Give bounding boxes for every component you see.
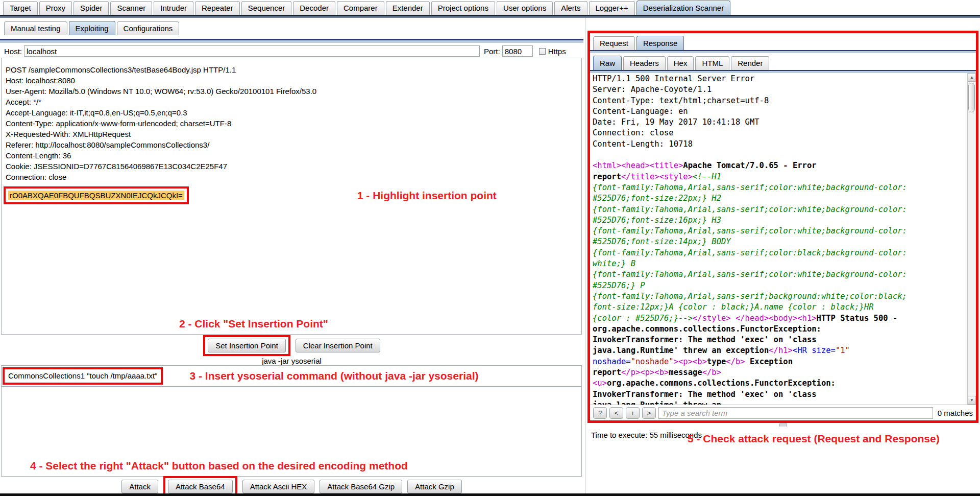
sub-tab-manual-testing[interactable]: Manual testing bbox=[4, 21, 67, 35]
annotation-1: 1 - Highlight insertion point bbox=[357, 190, 497, 201]
response-line: org.apache.commons.collections.FunctorEx… bbox=[593, 324, 966, 335]
main-tab-sequencer[interactable]: Sequencer bbox=[241, 1, 292, 15]
main-tab-decoder[interactable]: Decoder bbox=[293, 1, 335, 15]
attack-gzip-button[interactable]: Attack Gzip bbox=[407, 480, 462, 493]
tab-request[interactable]: Request bbox=[593, 36, 635, 50]
port-input[interactable] bbox=[502, 45, 533, 57]
scroll-up-icon[interactable]: ▲ bbox=[968, 73, 976, 82]
window-bottom-edge bbox=[0, 493, 980, 496]
attack-base64-gzip-button[interactable]: Attack Base64 Gzip bbox=[320, 480, 402, 493]
main-tab-repeater[interactable]: Repeater bbox=[195, 1, 240, 15]
response-line: #525D76;} P bbox=[593, 281, 966, 292]
main-tab-logger[interactable]: Logger++ bbox=[589, 1, 635, 15]
insertion-button-row: Set Insertion Point Clear Insertion Poin… bbox=[0, 335, 583, 356]
annotation-5: 5 - Check attack request (Request and Re… bbox=[688, 433, 940, 445]
response-line: {font-family:Tahoma,Arial,sans-serif;col… bbox=[593, 205, 966, 216]
request-line: Cookie: JSESSIONID=D7767C81564069867E13C… bbox=[6, 161, 577, 172]
view-tab-raw[interactable]: Raw bbox=[593, 56, 622, 70]
response-line: #525D76;font-size:22px;} H2 bbox=[593, 194, 966, 204]
https-label: Https bbox=[548, 47, 566, 56]
response-line: <u>org.apache.commons.collections.Functo… bbox=[593, 379, 966, 389]
main-tab-spider[interactable]: Spider bbox=[74, 1, 109, 15]
exploit-output-area[interactable]: 4 - Select the right "Attack" button bas… bbox=[1, 387, 582, 477]
request-headers: POST /sampleCommonsCollections3/testBase… bbox=[6, 64, 577, 182]
deserialization-scanner-panel: Manual testingExploitingConfigurations H… bbox=[0, 18, 583, 496]
response-scrollbar[interactable]: ▲ ▼ bbox=[967, 73, 976, 405]
response-line: java.lang.Runtime' threw an exception</h… bbox=[593, 346, 966, 357]
response-line: {font-family:Tahoma,Arial,sans-serif;col… bbox=[593, 183, 966, 194]
response-line: InvokerTransformer: The method 'exec' on… bbox=[593, 390, 966, 400]
response-line: report</title><style><!--H1 bbox=[593, 172, 966, 183]
main-tab-project-options[interactable]: Project options bbox=[431, 1, 495, 15]
response-line: Date: Fri, 19 May 2017 10:41:18 GMT bbox=[593, 117, 966, 128]
main-tab-deserialization-scanner[interactable]: Deserialization Scanner bbox=[636, 1, 730, 15]
search-help-button[interactable]: ? bbox=[593, 407, 607, 419]
ysoserial-label: java -jar ysoserial bbox=[0, 357, 583, 365]
response-line: {color : #525D76;}--></style> </head><bo… bbox=[593, 314, 966, 324]
request-line: Connection: close bbox=[6, 172, 577, 182]
response-line: {font-family:Tahoma,Arial,sans-serif;col… bbox=[593, 226, 966, 237]
annotation-4: 4 - Select the right "Attack" button bas… bbox=[30, 460, 408, 472]
sub-tab-underline-2 bbox=[0, 40, 583, 43]
ysoserial-command-value[interactable]: CommonsCollections1 "touch /tmp/aaaa.txt… bbox=[8, 371, 157, 380]
request-editor[interactable]: POST /sampleCommonsCollections3/testBase… bbox=[1, 58, 582, 335]
response-line: noshade="noshade"><p><b>type</b> Excepti… bbox=[593, 357, 966, 368]
view-tab-html[interactable]: HTML bbox=[695, 56, 729, 70]
response-line: {font-family:Tahoma,Arial,sans-serif;col… bbox=[593, 248, 966, 259]
clear-insertion-point-button[interactable]: Clear Insertion Point bbox=[296, 339, 380, 352]
rr-tab-underline-2 bbox=[590, 51, 976, 53]
time-to-execute-label: Time to execute: 55 milliseconds bbox=[591, 431, 702, 439]
sub-tab-exploiting[interactable]: Exploiting bbox=[69, 21, 115, 35]
set-insertion-point-button[interactable]: Set Insertion Point bbox=[208, 339, 286, 352]
response-line: <html><head><title>Apache Tomcat/7.0.65 … bbox=[593, 161, 966, 172]
response-line: HTTP/1.1 500 Internal Server Error bbox=[593, 74, 966, 85]
main-tab-extender[interactable]: Extender bbox=[386, 1, 430, 15]
search-prev-button[interactable]: < bbox=[609, 407, 623, 419]
host-input[interactable] bbox=[24, 45, 480, 57]
base64-payload-highlight[interactable]: rO0ABXQAE0FBQUFBQSBUZXN0IEJCQkJCQkI= bbox=[8, 191, 184, 200]
attack-button[interactable]: Attack bbox=[121, 480, 158, 493]
main-tab-scanner[interactable]: Scanner bbox=[110, 1, 152, 15]
request-line: POST /sampleCommonsCollections3/testBase… bbox=[6, 64, 577, 75]
sub-tab-configurations[interactable]: Configurations bbox=[117, 21, 180, 35]
sub-tab-bar: Manual testingExploitingConfigurations bbox=[4, 20, 179, 35]
response-line: Server: Apache-Coyote/1.1 bbox=[593, 85, 966, 96]
response-line: Content-Length: 10718 bbox=[593, 139, 966, 150]
scroll-down-icon[interactable]: ▼ bbox=[968, 396, 976, 405]
request-line: Host: localhost:8080 bbox=[6, 75, 577, 86]
tab-response[interactable]: Response bbox=[636, 36, 684, 50]
view-tab-headers[interactable]: Headers bbox=[623, 56, 666, 70]
https-checkbox[interactable] bbox=[539, 48, 546, 55]
view-tab-render[interactable]: Render bbox=[731, 56, 769, 70]
main-tab-target[interactable]: Target bbox=[3, 1, 38, 15]
host-row: Host: Port: Https bbox=[0, 44, 583, 58]
panel-divider[interactable] bbox=[583, 18, 587, 493]
attack-base64-button[interactable]: Attack Base64 bbox=[168, 480, 233, 493]
response-raw-view[interactable]: HTTP/1.1 500 Internal Server ErrorServer… bbox=[590, 73, 976, 405]
port-label: Port: bbox=[484, 47, 500, 56]
main-tab-user-options[interactable]: User options bbox=[497, 1, 553, 15]
search-next-button[interactable]: > bbox=[642, 407, 656, 419]
main-tab-comparer[interactable]: Comparer bbox=[337, 1, 384, 15]
search-bar: ?<+> 0 matches bbox=[590, 405, 976, 420]
annotation-3: 3 - Insert ysoserial command (without ja… bbox=[189, 370, 478, 382]
response-line: #525D76;font-size:14px;} BODY bbox=[593, 237, 966, 248]
response-line: {font-family:Tahoma,Arial,sans-serif;bac… bbox=[593, 292, 966, 302]
search-case-button[interactable]: + bbox=[626, 407, 640, 419]
status-strip: Time to execute: 55 milliseconds 5 - Che… bbox=[587, 427, 980, 493]
annotation-box-3: CommonsCollections1 "touch /tmp/aaaa.txt… bbox=[3, 367, 163, 385]
main-tab-alerts[interactable]: Alerts bbox=[554, 1, 587, 15]
annotation-box-2: Set Insertion Point bbox=[203, 335, 290, 356]
response-line: Content-Type: text/html;charset=utf-8 bbox=[593, 96, 966, 107]
scrollbar-thumb[interactable] bbox=[968, 83, 975, 112]
main-tab-proxy[interactable]: Proxy bbox=[39, 1, 72, 15]
response-line: Content-Language: en bbox=[593, 107, 966, 117]
annotation-box-5: RequestResponse RawHeadersHexHTMLRender … bbox=[587, 31, 978, 423]
main-tab-intruder[interactable]: Intruder bbox=[154, 1, 193, 15]
attack-ascii-hex-button[interactable]: Attack Ascii HEX bbox=[242, 480, 315, 493]
request-line: Content-Type: application/x-www-form-url… bbox=[6, 118, 577, 129]
search-input[interactable] bbox=[658, 407, 933, 419]
view-tab-hex[interactable]: Hex bbox=[667, 56, 694, 70]
ysoserial-command-field[interactable]: CommonsCollections1 "touch /tmp/aaaa.txt… bbox=[1, 365, 582, 387]
response-line: {font-family:Tahoma,Arial,sans-serif;col… bbox=[593, 270, 966, 280]
